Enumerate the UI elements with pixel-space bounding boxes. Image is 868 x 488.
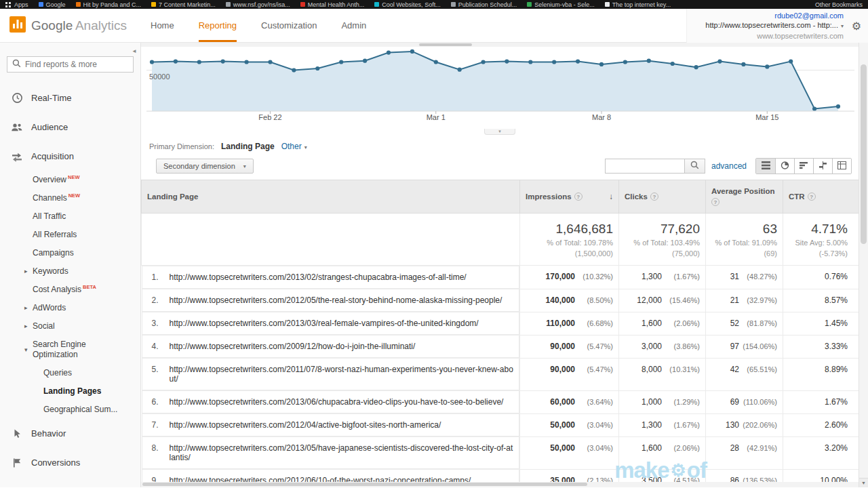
bookmark-item[interactable]: 7 Content Marketin... <box>151 1 216 8</box>
secondary-dimension-button[interactable]: Secondary dimension ▾ <box>156 159 254 174</box>
bookmark-item[interactable]: Selenium-vba - Sele... <box>527 1 595 8</box>
table-row: 7.http://www.topsecretwriters.com/2012/0… <box>142 413 859 436</box>
sidebar-item-campaigns[interactable]: Campaigns <box>0 244 140 262</box>
vertical-scrollbar-thumb[interactable] <box>861 64 867 244</box>
sidebar-item-acquisition[interactable]: Acquisition <box>0 142 140 171</box>
impressions-cell: 90,000(5.47%) <box>520 358 619 390</box>
search-input[interactable] <box>25 60 128 69</box>
landing-page-url[interactable]: http://www.topsecretwriters.com/2012/05/… <box>170 296 502 305</box>
bookmark-label: Mental Health Anth... <box>308 1 365 8</box>
advanced-search-link[interactable]: advanced <box>711 161 747 171</box>
logo-analytics-text: Analytics <box>75 18 127 33</box>
sidebar-item-queries[interactable]: Queries <box>0 364 140 382</box>
sidebar-item-keywords[interactable]: ▸Keywords <box>0 262 140 281</box>
percentage-view-button[interactable] <box>775 159 794 174</box>
primary-dimension-other[interactable]: Other▾ <box>281 142 307 151</box>
sidebar-item-all-referrals[interactable]: All Referrals <box>0 226 140 244</box>
sidebar-item-label: Campaigns <box>33 248 74 258</box>
performance-view-button[interactable] <box>794 159 813 174</box>
table-row: 2.http://www.topsecretwriters.com/2012/0… <box>142 289 859 312</box>
sidebar-item-search-engine-optimization[interactable]: ▾Search Engine Optimization <box>0 336 140 364</box>
bookmark-item[interactable]: www.nsf.gov/ns/isa... <box>226 1 290 8</box>
comparison-view-button[interactable] <box>813 159 832 174</box>
bookmark-favicon <box>527 2 532 7</box>
ctr-cell: 1.45% <box>783 312 859 335</box>
pivot-view-button[interactable] <box>832 159 851 174</box>
apps-shortcut[interactable]: Apps <box>5 1 28 8</box>
sidebar-item-conversions[interactable]: Conversions <box>0 448 140 477</box>
gear-icon[interactable]: ⚙ <box>852 20 861 33</box>
average-position-cell: 21(32.97%) <box>706 289 783 312</box>
sidebar-item-label: Keywords <box>33 266 68 277</box>
bookmark-label: Selenium-vba - Sele... <box>534 1 595 8</box>
sidebar-search[interactable] <box>7 56 134 73</box>
sidebar-collapse-icon[interactable]: ◄ <box>132 48 137 54</box>
bookmark-item[interactable]: Mental Health Anth... <box>300 1 365 8</box>
sidebar-item-audience[interactable]: Audience <box>0 113 140 142</box>
top-scrollbar[interactable] <box>141 43 859 47</box>
landing-page-url[interactable]: http://www.topsecretwriters.com/2013/03/… <box>170 319 479 328</box>
column-header-ctr[interactable]: CTR? <box>783 180 859 214</box>
bookmark-item[interactable]: The top internet key... <box>605 1 671 8</box>
table-search-input[interactable] <box>605 159 685 174</box>
primary-dimension-label: Primary Dimension: <box>149 142 214 150</box>
sidebar-item-channels[interactable]: ChannelsNEW <box>0 189 140 207</box>
horizontal-scrollbar[interactable] <box>141 482 859 487</box>
sidebar-item-overview[interactable]: OverviewNEW <box>0 171 140 189</box>
chevron-down-icon: ▾ <box>24 345 33 355</box>
bookmark-favicon <box>300 2 305 7</box>
other-bookmarks-button[interactable]: Other Bookmarks <box>815 1 863 8</box>
bookmark-item[interactable]: Publication Schedul... <box>451 1 517 8</box>
landing-page-url[interactable]: http://www.topsecretwriters.com/2013/05/… <box>170 443 514 462</box>
google-analytics-logo[interactable]: Google Analytics <box>0 9 141 42</box>
summary-ctr: 4.71% Site Avg: 5.00% (-5.73%) <box>783 214 859 266</box>
sidebar-item-landing-pages[interactable]: Landing Pages <box>0 382 140 401</box>
help-icon[interactable]: ? <box>650 192 658 201</box>
scroll-down-button[interactable]: ▼ <box>859 478 868 487</box>
account-email[interactable]: rdube02@gmail.com <box>705 11 844 20</box>
nav-item-admin[interactable]: Admin <box>341 9 366 42</box>
sidebar-item-cost-analysis[interactable]: Cost AnalysisBETA <box>0 281 140 299</box>
sidebar-item-all-traffic[interactable]: All Traffic <box>0 207 140 226</box>
column-header-clicks[interactable]: Clicks? <box>619 180 706 214</box>
property-selector[interactable]: http://www.topsecretwriters.com - http:.… <box>705 20 844 31</box>
column-header-average-position[interactable]: Average Position? <box>706 180 783 214</box>
column-header-impressions[interactable]: Impressions?↓ <box>520 180 619 214</box>
ctr-cell: 0.76% <box>783 266 859 289</box>
average-position-cell: 28(42.91%) <box>706 436 783 469</box>
sidebar-item-label: AdWords <box>33 303 66 313</box>
nav-item-reporting[interactable]: Reporting <box>199 9 237 42</box>
vertical-scrollbar[interactable]: ▼ <box>859 43 868 487</box>
sidebar-item-behavior[interactable]: Behavior <box>0 419 140 448</box>
sort-descending-icon: ↓ <box>609 192 613 201</box>
help-icon[interactable]: ? <box>711 198 719 206</box>
bookmark-item[interactable]: Hit by Panda and C... <box>76 1 142 8</box>
sidebar-item-real-time[interactable]: Real-Time <box>0 83 140 113</box>
landing-page-url[interactable]: http://www.topsecretwriters.com/2011/07/… <box>170 365 514 384</box>
bookmark-item[interactable]: Cool Websites, Soft... <box>374 1 440 8</box>
column-header-landing-page[interactable]: Landing Page <box>142 180 520 214</box>
sidebar-item-adwords[interactable]: ▸AdWords <box>0 299 140 317</box>
nav-item-customization[interactable]: Customization <box>261 9 317 42</box>
top-scrollbar-thumb[interactable] <box>419 43 472 46</box>
landing-page-url[interactable]: http://www.topsecretwriters.com/2013/06/… <box>170 397 504 407</box>
table-search-button[interactable] <box>685 159 705 174</box>
chart-collapse-handle[interactable]: ▾ <box>484 129 515 135</box>
ctr-cell: 2.60% <box>783 413 859 436</box>
sidebar-item-label: Geographical Sum... <box>43 405 117 415</box>
help-icon[interactable]: ? <box>574 192 583 201</box>
horizontal-scrollbar-thumb[interactable] <box>142 483 587 486</box>
landing-page-url[interactable]: http://www.topsecretwriters.com/2013/02/… <box>170 272 467 282</box>
sidebar-item-label: Conversions <box>31 458 80 468</box>
landing-page-url[interactable]: http://www.topsecretwriters.com/2009/12/… <box>170 342 416 351</box>
nav-item-home[interactable]: Home <box>151 9 174 42</box>
primary-dimension-landing-page[interactable]: Landing Page <box>221 142 275 151</box>
help-icon[interactable]: ? <box>808 192 816 201</box>
bookmark-item[interactable]: Google <box>39 1 66 8</box>
landing-page-url[interactable]: http://www.topsecretwriters.com/2012/04/… <box>170 420 441 430</box>
sidebar-item-geographical-sum[interactable]: Geographical Sum... <box>0 401 140 419</box>
table-view-button[interactable] <box>756 159 775 174</box>
people-icon <box>11 121 23 133</box>
sidebar-item-social[interactable]: ▸Social <box>0 317 140 336</box>
svg-text:Mar 8: Mar 8 <box>592 113 611 121</box>
